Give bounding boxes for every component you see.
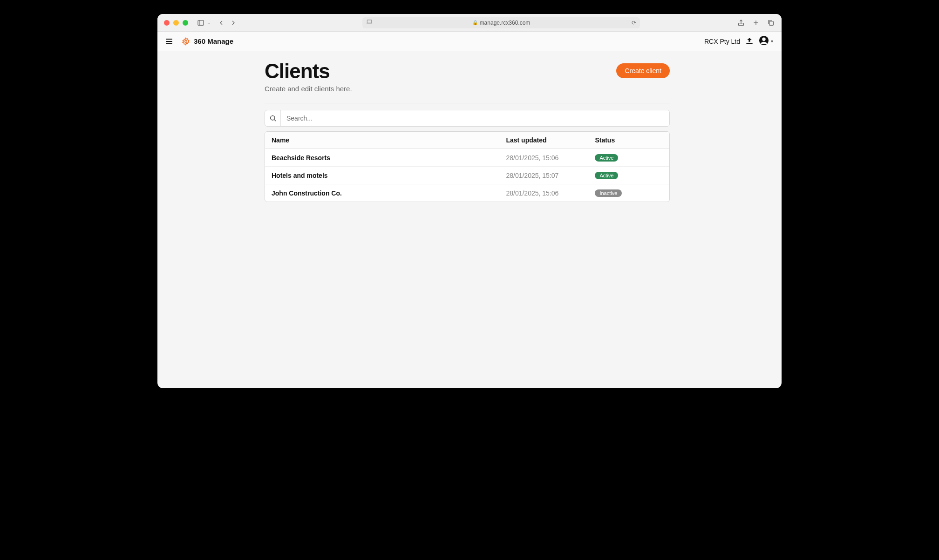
col-header-status[interactable]: Status [588, 132, 669, 149]
company-name: RCX Pty Ltd [704, 38, 740, 45]
menu-button[interactable] [166, 39, 172, 44]
gear-icon [182, 37, 190, 46]
nav-back-icon[interactable] [217, 19, 225, 27]
svg-rect-9 [746, 43, 752, 44]
address-bar[interactable]: 🔒 manage.rcx360.com ⟳ [362, 17, 640, 28]
svg-point-11 [762, 38, 765, 41]
brand-name: 360 Manage [194, 37, 233, 45]
svg-point-12 [270, 116, 274, 120]
client-name: Beachside Resorts [265, 149, 499, 167]
divider [265, 103, 670, 103]
lock-icon: 🔒 [472, 20, 478, 25]
table-row[interactable]: Hotels and motels28/01/2025, 15:07Active [265, 167, 669, 184]
svg-rect-2 [367, 20, 371, 23]
svg-line-13 [274, 120, 276, 121]
share-icon[interactable] [737, 19, 745, 27]
table-row[interactable]: Beachside Resorts28/01/2025, 15:06Active [265, 149, 669, 167]
close-window-button[interactable] [164, 20, 170, 26]
new-tab-icon[interactable] [752, 19, 760, 27]
search-input[interactable] [281, 110, 669, 126]
search-bar [265, 110, 670, 127]
reload-icon[interactable]: ⟳ [632, 20, 636, 26]
svg-point-8 [185, 40, 187, 42]
chevron-down-icon: ▾ [771, 39, 773, 44]
chevron-down-icon[interactable]: ⌄ [207, 20, 211, 25]
col-header-last-updated[interactable]: Last updated [499, 132, 588, 149]
col-header-name[interactable]: Name [265, 132, 499, 149]
client-last-updated: 28/01/2025, 15:06 [499, 149, 588, 167]
table-row[interactable]: John Construction Co.28/01/2025, 15:06In… [265, 184, 669, 202]
company-switch-icon[interactable] [745, 37, 754, 46]
clients-table: Name Last updated Status Beachside Resor… [265, 131, 670, 202]
client-last-updated: 28/01/2025, 15:06 [499, 184, 588, 202]
page-subtitle: Create and edit clients here. [265, 85, 352, 93]
search-icon[interactable] [265, 110, 281, 126]
nav-forward-icon[interactable] [229, 19, 238, 27]
client-name: Hotels and motels [265, 167, 499, 184]
browser-right-controls [737, 19, 775, 27]
page-title: Clients [265, 60, 352, 83]
status-badge: Active [595, 172, 618, 179]
svg-rect-7 [769, 21, 774, 25]
device-icon [366, 19, 373, 27]
client-name: John Construction Co. [265, 184, 499, 202]
browser-chrome: ⌄ 🔒 manage.rcx360.com ⟳ [157, 14, 782, 32]
sidebar-toggle-icon[interactable] [197, 19, 205, 27]
status-badge: Inactive [595, 189, 622, 197]
window-controls [164, 20, 188, 26]
fullscreen-window-button[interactable] [183, 20, 188, 26]
client-status-cell: Active [588, 149, 669, 167]
status-badge: Active [595, 154, 618, 162]
browser-window: ⌄ 🔒 manage.rcx360.com ⟳ [157, 14, 782, 388]
brand[interactable]: 360 Manage [182, 37, 233, 46]
client-last-updated: 28/01/2025, 15:07 [499, 167, 588, 184]
create-client-button[interactable]: Create client [616, 63, 670, 78]
client-status-cell: Active [588, 167, 669, 184]
url-text: manage.rcx360.com [480, 20, 531, 26]
tabs-icon[interactable] [767, 19, 775, 27]
account-menu-button[interactable]: ▾ [759, 35, 773, 47]
avatar-icon [759, 35, 769, 47]
page-content: Clients Create and edit clients here. Cr… [157, 51, 782, 388]
app-header: 360 Manage RCX Pty Ltd ▾ [157, 32, 782, 51]
minimize-window-button[interactable] [173, 20, 179, 26]
client-status-cell: Inactive [588, 184, 669, 202]
svg-rect-0 [198, 20, 204, 25]
